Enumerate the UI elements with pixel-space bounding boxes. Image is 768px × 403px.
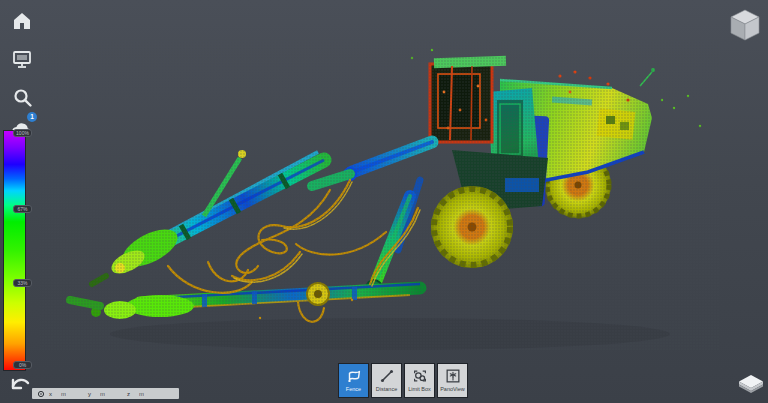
intensity-legend[interactable]: 100% 67% 33% 0% [3, 130, 26, 371]
legend-handle[interactable]: 33% [13, 279, 32, 287]
undo-view-button[interactable] [7, 373, 31, 395]
legend-handle[interactable]: 100% [13, 129, 32, 137]
back-arrow-icon [7, 373, 31, 395]
measure-toolbar: Fence Distance Limit Box [338, 363, 468, 398]
limit-box-button[interactable]: Limit Box [404, 363, 435, 398]
display-icon [11, 48, 33, 70]
limit-box-icon [411, 367, 429, 385]
legend-handle[interactable]: 0% [13, 361, 32, 369]
fence-button[interactable]: Fence [338, 363, 369, 398]
legend-handle[interactable]: 67% [13, 205, 32, 213]
coordinate-status-bar: xm ym zm [32, 388, 179, 399]
panoview-button[interactable]: PanoView [437, 363, 468, 398]
panoview-icon [444, 367, 462, 385]
display-button[interactable] [9, 46, 35, 72]
distance-label: Distance [376, 385, 397, 393]
crosshair-icon [37, 390, 45, 398]
panoview-label: PanoView [440, 385, 465, 393]
cloud-badge: 1 [27, 112, 37, 122]
point-speckle-overlay [40, 40, 720, 350]
search-icon [11, 86, 34, 109]
coord-x: xm [49, 391, 66, 397]
coord-z: zm [127, 391, 144, 397]
navigation-cube-icon [726, 6, 764, 44]
layers-icon [737, 372, 765, 398]
base-plane-button[interactable] [737, 372, 765, 398]
home-button[interactable] [9, 8, 35, 34]
drill-rig-point-cloud [0, 0, 768, 403]
coord-y: ym [88, 391, 105, 397]
navigation-cube[interactable] [726, 6, 764, 44]
fence-icon [345, 367, 363, 385]
search-button[interactable] [9, 84, 35, 110]
home-icon [11, 10, 33, 32]
distance-button[interactable]: Distance [371, 363, 402, 398]
viewer-window: 1 100% 67% 33% 0% xm ym zm [0, 0, 768, 403]
fence-label: Fence [346, 385, 361, 393]
limit-box-label: Limit Box [408, 385, 431, 393]
distance-icon [378, 367, 396, 385]
